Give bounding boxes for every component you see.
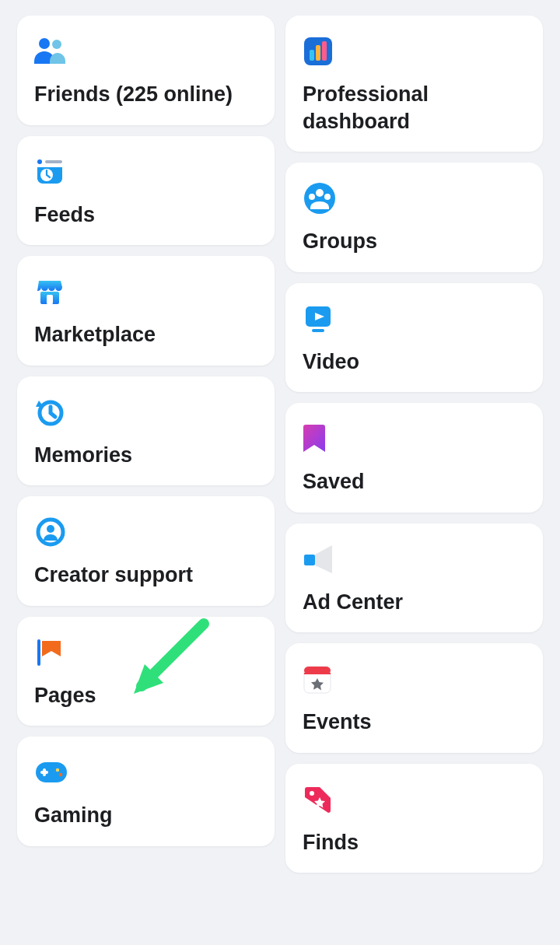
menu-label-saved: Saved [303,468,526,495]
svg-rect-3 [45,160,62,163]
svg-point-21 [316,189,324,197]
menu-item-friends[interactable]: Friends (225 online) [17,16,275,125]
menu-label-events: Events [303,709,526,736]
menu-item-professional-dashboard[interactable]: Professional dashboard [285,16,543,152]
menu-item-saved[interactable]: Saved [285,403,543,513]
svg-point-9 [47,525,54,533]
svg-rect-29 [304,673,331,674]
menu-item-pages[interactable]: Pages [17,617,275,726]
svg-rect-10 [37,639,40,666]
svg-point-14 [56,768,59,772]
menu-item-marketplace[interactable]: Marketplace [17,256,275,366]
menu-item-gaming[interactable]: Gaming [17,737,275,846]
menu-item-creator-support[interactable]: Creator support [17,496,275,606]
menu-grid: Friends (225 online) Feeds [0,0,560,888]
menu-label-feeds: Feeds [34,201,257,229]
menu-label-groups: Groups [303,228,526,255]
menu-label-video: Video [303,348,526,376]
menu-item-finds[interactable]: Finds [285,764,543,873]
svg-point-1 [52,40,61,49]
menu-item-events[interactable]: Events [285,643,543,753]
svg-rect-17 [310,50,314,61]
menu-label-ad-center: Ad Center [303,589,526,616]
menu-item-feeds[interactable]: Feeds [17,136,275,246]
menu-item-groups[interactable]: Groups [285,163,543,272]
menu-label-creator-support: Creator support [34,562,257,589]
svg-rect-26 [304,555,315,565]
svg-rect-13 [40,771,48,774]
right-column: Professional dashboard Groups [285,16,543,873]
menu-label-gaming: Gaming [34,802,257,829]
menu-label-friends: Friends (225 online) [34,81,257,108]
svg-point-15 [59,773,62,776]
memories-icon [34,395,68,429]
svg-rect-25 [312,329,324,332]
svg-point-22 [309,194,315,200]
svg-point-30 [310,791,314,796]
feeds-icon [34,155,68,189]
menu-label-memories: Memories [34,442,257,469]
friends-icon [34,34,68,68]
svg-point-0 [39,38,50,49]
gaming-icon [34,755,68,789]
pages-icon [34,635,68,670]
svg-rect-6 [47,295,53,304]
svg-rect-19 [322,41,327,61]
menu-label-professional-dashboard: Professional dashboard [303,81,526,135]
groups-icon [303,181,337,215]
creator-support-icon [34,515,68,549]
events-icon [303,662,337,696]
ad-center-icon [303,542,337,576]
finds-icon [303,782,337,817]
svg-point-23 [324,194,331,200]
menu-item-ad-center[interactable]: Ad Center [285,523,543,633]
video-icon [303,302,337,336]
menu-item-memories[interactable]: Memories [17,376,275,486]
menu-label-marketplace: Marketplace [34,321,257,348]
menu-label-pages: Pages [34,682,257,709]
dashboard-icon [303,34,337,68]
left-column: Friends (225 online) Feeds [17,16,275,873]
saved-icon [303,422,337,456]
svg-rect-2 [37,159,42,164]
menu-label-finds: Finds [303,829,526,856]
svg-rect-18 [316,45,320,61]
menu-item-video[interactable]: Video [285,283,543,393]
marketplace-icon [34,275,68,309]
